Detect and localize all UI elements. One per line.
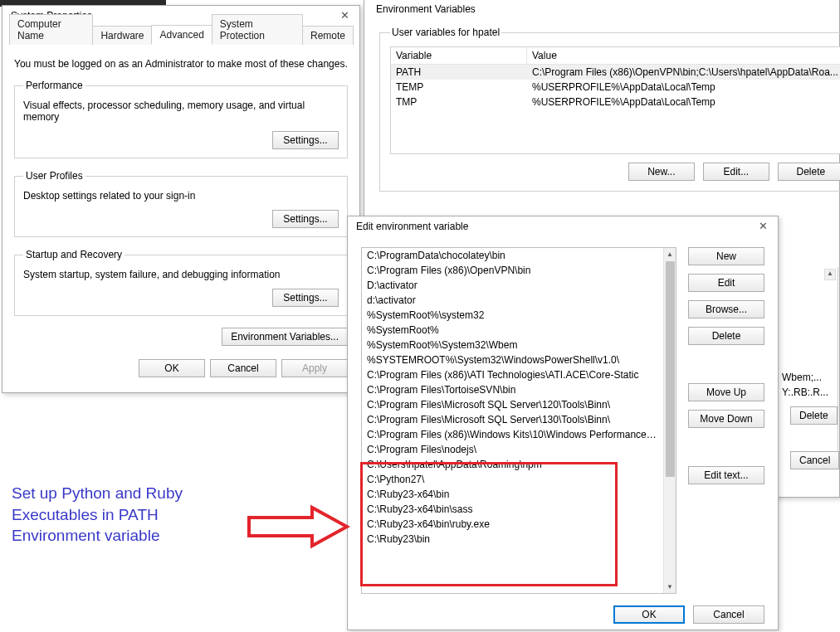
- table-row[interactable]: TMP %USERPROFILE%\AppData\Local\Temp: [391, 95, 840, 109]
- startup-recovery-desc: System startup, system failure, and debu…: [23, 269, 339, 280]
- edit-env-ok-button[interactable]: OK: [613, 605, 685, 624]
- performance-legend: Performance: [23, 80, 85, 91]
- browse-button[interactable]: Browse...: [688, 300, 764, 318]
- sysprops-cancel-button[interactable]: Cancel: [210, 359, 276, 377]
- sys-value-stub: Y:.RB:.R...: [782, 386, 833, 398]
- cell-var: PATH: [391, 65, 527, 80]
- tab-hardware[interactable]: Hardware: [92, 26, 152, 45]
- new-button[interactable]: New: [688, 247, 764, 265]
- col-value[interactable]: Value: [527, 47, 840, 64]
- table-row[interactable]: TEMP %USERPROFILE%\AppData\Local\Temp: [391, 80, 840, 95]
- table-row[interactable]: PATH C:\Program Files (x86)\OpenVPN\bin;…: [391, 65, 840, 80]
- table-header: Variable Value: [391, 47, 840, 65]
- system-delete-button[interactable]: Delete: [790, 406, 838, 425]
- sysprops-body: You must be logged on as an Administrato…: [2, 45, 359, 386]
- edit-env-side-buttons: New Edit Browse... Delete Move Up Move D…: [688, 247, 764, 594]
- list-item[interactable]: C:\Program Files\Microsoft SQL Server\12…: [362, 397, 663, 412]
- list-item[interactable]: C:\ProgramData\chocolatey\bin: [362, 248, 663, 263]
- performance-desc: Visual effects, processor scheduling, me…: [23, 100, 339, 123]
- edit-text-button[interactable]: Edit text...: [688, 466, 764, 484]
- environment-variables-button[interactable]: Environment Variables...: [222, 328, 348, 346]
- scroll-up-icon[interactable]: ▲: [664, 248, 676, 260]
- startup-recovery-legend: Startup and Recovery: [23, 249, 125, 260]
- list-item[interactable]: C:\Program Files (x86)\Windows Kits\10\W…: [362, 427, 663, 442]
- move-up-button[interactable]: Move Up: [688, 383, 764, 401]
- scroll-thumb[interactable]: [666, 261, 675, 477]
- list-item[interactable]: %SystemRoot%: [362, 323, 663, 338]
- cell-val: %USERPROFILE%\AppData\Local\Temp: [527, 80, 840, 95]
- list-item[interactable]: C:\Ruby23-x64\bin\sass: [362, 502, 663, 517]
- envvars-titlebar: Environment Variables: [364, 0, 839, 18]
- edit-env-title: Edit environment variable: [356, 221, 468, 232]
- edit-env-var-dialog: Edit environment variable ✕ C:\ProgramDa…: [347, 216, 779, 630]
- sysprops-tabs: Computer Name Hardware Advanced System P…: [9, 25, 353, 45]
- list-item[interactable]: %SYSTEMROOT%\System32\WindowsPowerShell\…: [362, 352, 663, 367]
- user-profiles-legend: User Profiles: [23, 170, 85, 182]
- listbox-scrollbar[interactable]: ▲ ▼: [663, 248, 676, 593]
- edit-env-bottom: OK Cancel: [348, 605, 778, 632]
- list-item[interactable]: %SystemRoot%\System32\Wbem: [362, 338, 663, 352]
- list-item[interactable]: C:\Ruby23\bin: [362, 532, 663, 547]
- envvars-body: User variables for hpatel Variable Value…: [364, 18, 839, 216]
- tab-remote[interactable]: Remote: [302, 26, 354, 45]
- col-variable[interactable]: Variable: [391, 47, 527, 64]
- tab-system-protection[interactable]: System Protection: [212, 14, 303, 45]
- user-variables-group: User variables for hpatel Variable Value…: [379, 27, 840, 192]
- edit-button[interactable]: Edit: [688, 274, 764, 292]
- svg-marker-0: [249, 508, 347, 546]
- system-vars-partial: ▲ Wbem;... Y:.RB:.R...: [779, 267, 838, 464]
- user-profiles-group: User Profiles Desktop settings related t…: [14, 170, 348, 237]
- list-item[interactable]: C:\Python27\: [362, 472, 663, 487]
- user-delete-button[interactable]: Delete: [778, 163, 840, 181]
- tab-computer-name[interactable]: Computer Name: [9, 14, 93, 45]
- performance-group: Performance Visual effects, processor sc…: [14, 80, 348, 158]
- list-item[interactable]: C:\Program Files\TortoiseSVN\bin: [362, 382, 663, 397]
- sysprops-apply-button: Apply: [281, 359, 348, 377]
- path-listbox[interactable]: C:\ProgramData\chocolatey\binC:\Program …: [361, 247, 676, 594]
- edit-env-titlebar: Edit environment variable ✕: [348, 216, 778, 236]
- scroll-up-icon[interactable]: ▲: [824, 269, 836, 280]
- user-profiles-desc: Desktop settings related to your sign-in: [23, 190, 339, 202]
- user-new-button[interactable]: New...: [628, 163, 695, 181]
- list-item[interactable]: C:\Program Files\Microsoft SQL Server\13…: [362, 412, 663, 427]
- system-properties-window: System Properties ✕ Computer Name Hardwa…: [2, 5, 360, 393]
- user-edit-button[interactable]: Edit...: [703, 163, 769, 181]
- list-item[interactable]: C:\Users\hpatel\AppData\Roaming\npm: [362, 457, 663, 472]
- sysprops-ok-button[interactable]: OK: [139, 359, 205, 377]
- performance-settings-button[interactable]: Settings...: [272, 131, 339, 149]
- list-item[interactable]: C:\Program Files\nodejs\: [362, 442, 663, 457]
- close-icon[interactable]: ✕: [335, 9, 354, 22]
- cell-var: TEMP: [391, 80, 527, 95]
- edit-env-cancel-button[interactable]: Cancel: [693, 605, 764, 624]
- cell-var: TMP: [391, 95, 527, 109]
- sys-value-stub: Wbem;...: [782, 372, 833, 383]
- cell-val: C:\Program Files (x86)\OpenVPN\bin;C:\Us…: [527, 65, 840, 80]
- scroll-down-icon[interactable]: ▼: [664, 581, 676, 593]
- admin-msg: You must be logged on as an Administrato…: [14, 58, 348, 70]
- user-variables-table[interactable]: Variable Value PATH C:\Program Files (x8…: [390, 46, 840, 154]
- user-variables-legend: User variables for hpatel: [390, 27, 501, 38]
- list-item[interactable]: d:\activator: [362, 293, 663, 308]
- arrow-icon: [247, 504, 350, 549]
- close-icon[interactable]: ✕: [754, 220, 773, 232]
- edit-env-body: C:\ProgramData\chocolatey\binC:\Program …: [348, 236, 778, 605]
- user-profiles-settings-button[interactable]: Settings...: [272, 210, 339, 228]
- list-item[interactable]: C:\Ruby23-x64\bin: [362, 487, 663, 502]
- annotation-text: Set up Python and Ruby Executables in PA…: [12, 483, 244, 547]
- delete-button[interactable]: Delete: [688, 327, 764, 345]
- list-item[interactable]: D:\activator: [362, 278, 663, 293]
- envvars-cancel-button[interactable]: Cancel: [790, 451, 839, 469]
- tab-advanced[interactable]: Advanced: [151, 25, 212, 45]
- move-down-button[interactable]: Move Down: [688, 410, 764, 428]
- list-item[interactable]: %SystemRoot%\system32: [362, 308, 663, 323]
- list-item[interactable]: C:\Program Files (x86)\ATI Technologies\…: [362, 367, 663, 382]
- startup-recovery-settings-button[interactable]: Settings...: [272, 289, 339, 307]
- cell-val: %USERPROFILE%\AppData\Local\Temp: [527, 95, 840, 109]
- list-item[interactable]: C:\Program Files (x86)\OpenVPN\bin: [362, 263, 663, 278]
- startup-recovery-group: Startup and Recovery System startup, sys…: [14, 249, 348, 316]
- list-item[interactable]: C:\Ruby23-x64\bin\ruby.exe: [362, 517, 663, 532]
- envvars-title: Environment Variables: [376, 3, 476, 15]
